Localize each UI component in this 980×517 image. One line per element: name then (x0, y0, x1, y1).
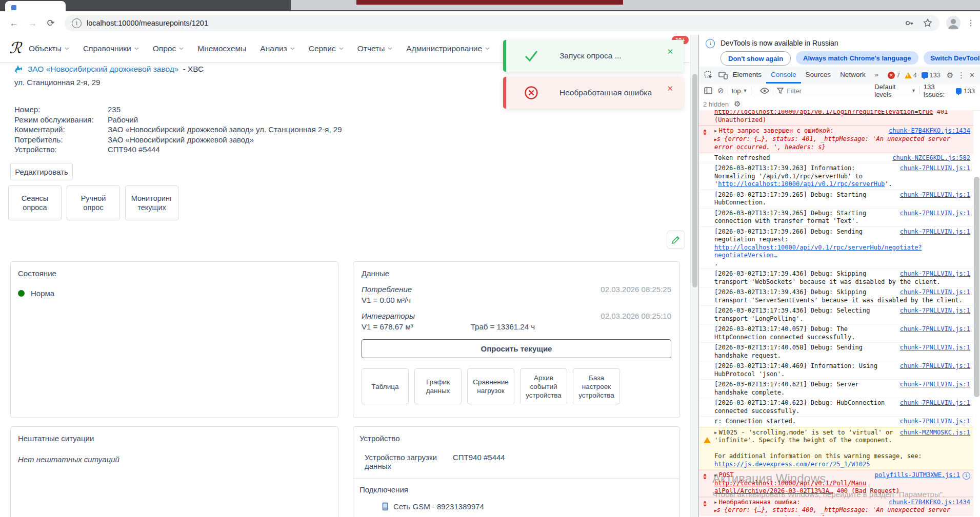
console-filter-input[interactable]: Filter (777, 87, 874, 95)
console-source-link[interactable]: chunk-7PNLLVIN.js:1 (900, 270, 970, 278)
action-card-button[interactable]: Мониторинг текущих (125, 185, 178, 220)
browser-tab[interactable] (5, 1, 66, 11)
tab-console[interactable]: Console (766, 67, 801, 84)
address-bar[interactable]: i localhost:10000/measurepoints/1201 (65, 15, 939, 31)
detail-row: Комментарий:ЗАО «Новосибирский дрожжевой… (14, 125, 342, 135)
app-logo[interactable]: ℛ (9, 39, 22, 57)
integrators-label: Интеграторы (362, 312, 415, 320)
toast-close-icon[interactable]: ✕ (667, 84, 673, 93)
console-source-link[interactable]: chunk-7PNLLVIN.js:1 (900, 362, 970, 370)
issues-count-badge[interactable]: 133 (922, 72, 941, 79)
browser-menu-icon[interactable]: ⋮ (964, 16, 977, 30)
inspect-icon[interactable] (704, 71, 713, 80)
action-card-button[interactable]: Сеансы опроса (8, 185, 62, 220)
devtools-menu-icon[interactable]: ⋮ (957, 71, 965, 80)
console-source-link[interactable]: chunk-7PNLLVIN.js:1 (900, 191, 970, 199)
console-source-link[interactable]: chunk-7PNLLVIN.js:1 (900, 325, 970, 334)
console-source-link[interactable]: chunk-7PNLLVIN.js:1 (900, 381, 970, 389)
live-expression-eye-icon[interactable] (760, 88, 769, 94)
console-source-link[interactable]: chunk-NZCE6KDL.js:582 (892, 154, 970, 162)
object-preview[interactable]: s {error: {…}, status: 400, _httpMessage… (714, 506, 950, 516)
more-tabs-icon[interactable]: » (870, 67, 883, 84)
consumption-value: V1 = 0.00 м³/ч (362, 296, 671, 304)
expand-triangle-icon[interactable]: ▶ (714, 473, 717, 478)
nav-item-Отчеты[interactable]: Отчеты (357, 44, 393, 53)
error-count-badge[interactable]: ✕ 7 (888, 72, 900, 79)
console-url-link[interactable]: http://localhost:10000/api/v0.1/rpc/serv… (718, 180, 885, 188)
poll-current-button[interactable]: Опросить текущие (362, 339, 671, 358)
infobar-button[interactable]: Always match Chrome's language (796, 51, 918, 65)
page-scrollbar[interactable] (690, 35, 699, 517)
clear-console-icon[interactable]: ⊘ (717, 86, 724, 95)
console-sidebar-icon[interactable] (704, 87, 712, 94)
nav-item-Справочники[interactable]: Справочники (83, 44, 139, 53)
tab-sources[interactable]: Sources (801, 67, 836, 84)
console-source-link[interactable]: chunk-7PNLLVIN.js:1 (900, 228, 970, 236)
nav-item-Администрирование[interactable]: Администрирование (406, 44, 490, 53)
data-tool-button[interactable]: График данных (414, 368, 462, 404)
nav-item-Мнемосхемы[interactable]: Мнемосхемы (197, 44, 246, 53)
log-levels-selector[interactable]: Default levels▼ (874, 83, 916, 98)
device-toolbar-icon[interactable] (718, 71, 728, 79)
console-source-link[interactable]: chunk-7PNLLVIN.js:1 (900, 418, 970, 426)
issues-link[interactable]: 133 Issues: 133 (924, 83, 975, 98)
expand-triangle-icon[interactable]: ▶ (714, 500, 717, 505)
nav-item-Анализ[interactable]: Анализ (260, 44, 294, 53)
data-tool-button[interactable]: Таблица (362, 368, 409, 404)
expand-triangle-icon[interactable]: ▶ (714, 129, 717, 133)
site-info-icon[interactable]: i (72, 18, 82, 28)
expand-triangle-icon[interactable]: ▶ (714, 430, 717, 435)
consumer-link[interactable]: ЗАО «Новосибирский дрожжевой завод» (28, 65, 178, 74)
console-source-link[interactable]: chunk-7PNLLVIN.js:1 (900, 307, 970, 315)
console-url-link[interactable]: http://localhost:10000/api/v0.1/Login?re… (714, 110, 933, 115)
console-source-link[interactable]: chunk-7PNLLVIN.js:1 (900, 399, 970, 407)
infobar-button[interactable]: Don't show again (721, 51, 791, 66)
edit-pencil-button[interactable] (667, 231, 685, 249)
console-text: W1025 - 'scrolling.mode' is set to 'virt… (714, 429, 893, 444)
infobar-button[interactable]: Switch DevTools to Russian (924, 51, 980, 65)
edit-button[interactable]: Редактировать (10, 163, 73, 180)
reload-button[interactable]: ⟳ (44, 16, 57, 30)
console-source-link[interactable]: chunk-7PNLLVIN.js:1 (900, 164, 970, 173)
tab-network[interactable]: Network (835, 67, 870, 84)
console-text: [2026-03-02T13:17:40.057] Debug: The Htt… (714, 325, 855, 341)
scrollbar-thumb[interactable] (692, 74, 697, 287)
warning-count-badge[interactable]: 4 (905, 72, 917, 79)
nav-item-Объекты[interactable]: Объекты (29, 44, 69, 53)
nav-item-Опрос[interactable]: Опрос (153, 44, 184, 53)
console-source-link[interactable]: chunk-7PNLLVIN.js:1 (900, 288, 970, 297)
console-source-link[interactable]: chunk-E7B4KFKO.js:1434 (889, 499, 970, 507)
data-tool-button[interactable]: Сравнение нагрузок (467, 368, 514, 404)
console-source-link[interactable]: chunk-7PNLLVIN.js:1 (900, 344, 970, 352)
console-url-link[interactable]: https://js.devexpress.com/error/25_1/W10… (714, 461, 870, 468)
chevron-down-icon (485, 47, 490, 50)
devtools-close-icon[interactable]: ✕ (969, 71, 975, 79)
console-source-link[interactable]: polyfills-JUTM3XWE.js:1i (875, 471, 970, 480)
context-selector[interactable]: top▼ (731, 87, 747, 95)
nav-item-Сервис[interactable]: Сервис (309, 44, 344, 53)
tab-elements[interactable]: Elements (728, 67, 766, 84)
data-tool-button[interactable]: Архив событий устройства (520, 368, 567, 404)
incidents-empty-text: Нет нештатных ситуаций (18, 455, 338, 464)
data-tool-button[interactable]: База настроек устройства (573, 368, 620, 404)
toast-close-icon[interactable]: ✕ (667, 47, 673, 56)
issue-globe-icon[interactable]: i (963, 472, 970, 480)
console-url-link[interactable]: http://localhost:10000/api/v0.1/rpc/serv… (714, 244, 922, 259)
object-preview[interactable]: s {error: {…}, status: 401, _httpMessage… (714, 135, 950, 151)
back-button[interactable]: ← (7, 16, 21, 30)
bookmark-star-icon[interactable] (923, 18, 932, 28)
password-key-icon[interactable] (905, 18, 914, 28)
console-text: '. (885, 180, 892, 188)
console-source-link[interactable]: chunk-E7B4KFKO.js:1434 (889, 127, 970, 135)
hidden-settings-icon[interactable]: ⚙ (734, 99, 741, 109)
console-source-link[interactable]: chunk-7PNLLVIN.js:1 (900, 210, 970, 218)
action-card-button[interactable]: Ручной опрос (67, 185, 120, 220)
gsm-connection-text[interactable]: Сеть GSM - 89231389974 (393, 502, 484, 511)
console-scrollbar-thumb[interactable] (974, 177, 979, 397)
profile-avatar[interactable] (946, 15, 961, 31)
console-message: http://localhost:10000/api/v0.1/Login?re… (714, 110, 970, 124)
url-text[interactable]: localhost:10000/measurepoints/1201 (87, 19, 905, 27)
devtools-settings-icon[interactable]: ⚙ (947, 71, 953, 80)
forward-button[interactable]: → (26, 16, 39, 30)
console-source-link[interactable]: chunk-MZMMOSKC.js:1 (900, 429, 970, 437)
